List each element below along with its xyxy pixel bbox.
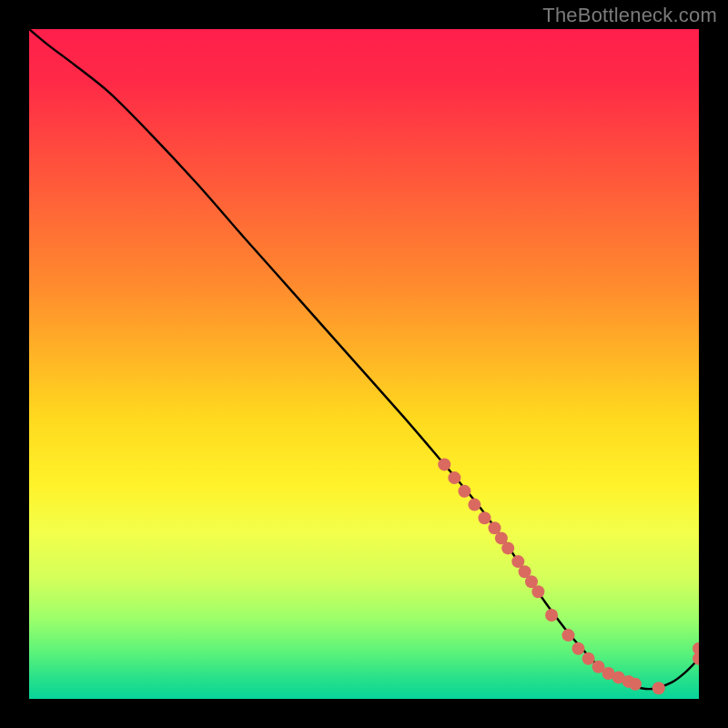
data-marker xyxy=(562,629,575,642)
data-marker xyxy=(438,458,450,470)
data-marker xyxy=(479,511,491,524)
watermark-text: TheBottleneck.com xyxy=(542,4,717,27)
data-marker xyxy=(652,682,665,694)
chart-svg xyxy=(29,29,699,699)
data-markers xyxy=(438,458,699,694)
data-marker xyxy=(458,485,470,498)
bottleneck-curve xyxy=(29,29,699,689)
data-marker xyxy=(545,609,558,622)
data-marker xyxy=(693,642,699,655)
data-marker xyxy=(582,652,595,665)
chart-frame: TheBottleneck.com xyxy=(0,0,728,728)
data-marker xyxy=(501,541,514,554)
data-marker xyxy=(629,678,642,691)
data-marker xyxy=(572,642,585,655)
data-marker xyxy=(531,585,544,598)
plot-area xyxy=(29,29,699,699)
data-marker xyxy=(468,499,480,511)
data-marker xyxy=(448,471,460,484)
